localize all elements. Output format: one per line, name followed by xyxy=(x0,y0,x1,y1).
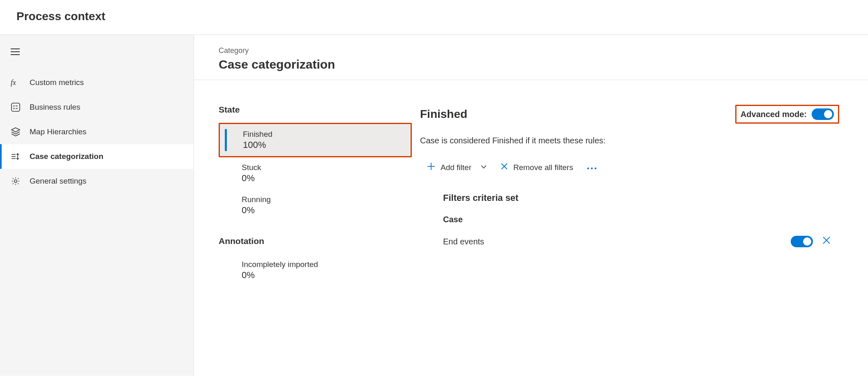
annotation-item-name: Incompletely imported xyxy=(242,260,404,269)
criteria-section: Filters criteria set Case End events xyxy=(420,193,839,247)
annotation-item-incomplete[interactable]: Incompletely imported 0% xyxy=(219,254,412,286)
svg-point-19 xyxy=(591,167,593,169)
sidebar-item-label: Map Hierarchies xyxy=(30,127,86,136)
state-item-pct: 0% xyxy=(242,173,404,184)
state-heading: State xyxy=(219,105,412,115)
page-header: Process context xyxy=(0,0,868,35)
criteria-row-remove-button[interactable] xyxy=(822,236,831,247)
more-icon xyxy=(586,163,597,172)
more-actions-button[interactable] xyxy=(586,163,597,172)
main-header: Category Case categorization xyxy=(194,35,868,80)
svg-text:fx: fx xyxy=(11,78,16,87)
svg-point-13 xyxy=(14,180,17,182)
rules-icon xyxy=(11,102,21,112)
right-panel: Finished Advanced mode: Case is consider… xyxy=(420,105,839,286)
sidebar-item-case-categorization[interactable]: Case categorization xyxy=(0,144,194,169)
advanced-mode-label: Advanced mode: xyxy=(741,110,807,119)
sidebar-item-business-rules[interactable]: Business rules xyxy=(0,95,194,120)
state-item-name: Running xyxy=(242,195,404,204)
criteria-row-toggle[interactable] xyxy=(791,236,813,247)
state-item-name: Stuck xyxy=(242,163,404,172)
state-panel: State Finished 100% Stuck 0% Running 0% … xyxy=(219,105,412,286)
sidebar-item-general-settings[interactable]: General settings xyxy=(0,169,194,193)
state-item-name: Finished xyxy=(243,130,402,139)
criteria-row: End events xyxy=(443,236,839,247)
svg-marker-9 xyxy=(12,128,20,132)
state-item-running[interactable]: Running 0% xyxy=(219,189,412,221)
add-filter-label: Add filter xyxy=(441,163,471,172)
sidebar-item-custom-metrics[interactable]: fx Custom metrics xyxy=(0,70,194,95)
svg-rect-4 xyxy=(12,103,20,111)
page-title: Process context xyxy=(16,10,852,23)
criteria-heading: Filters criteria set xyxy=(443,193,839,203)
svg-point-5 xyxy=(14,106,15,107)
advanced-mode-control: Advanced mode: xyxy=(735,105,839,124)
state-item-stuck[interactable]: Stuck 0% xyxy=(219,157,412,189)
layers-icon xyxy=(11,127,21,137)
criteria-group-label: Case xyxy=(443,215,839,224)
main-title: Case categorization xyxy=(219,58,843,71)
chevron-down-icon xyxy=(480,163,487,172)
categorization-icon xyxy=(11,152,21,161)
x-icon xyxy=(500,162,508,173)
content-wrapper: fx Custom metrics Business rules Map Hie… xyxy=(0,35,868,376)
plus-icon xyxy=(427,162,436,173)
sidebar-item-label: General settings xyxy=(30,177,86,186)
svg-point-6 xyxy=(14,108,15,109)
menu-toggle-button[interactable] xyxy=(0,43,194,62)
main-panel: Category Case categorization State Finis… xyxy=(194,35,868,376)
fx-icon: fx xyxy=(11,78,21,87)
remove-all-label: Remove all filters xyxy=(513,163,573,172)
right-header: Finished Advanced mode: xyxy=(420,105,839,124)
sidebar-item-label: Business rules xyxy=(30,103,81,112)
rule-description: Case is considered Finished if it meets … xyxy=(420,136,839,145)
right-title: Finished xyxy=(420,108,467,121)
annotation-item-pct: 0% xyxy=(242,270,404,281)
advanced-mode-toggle[interactable] xyxy=(812,108,834,120)
add-filter-button[interactable]: Add filter xyxy=(427,162,487,173)
state-item-finished[interactable]: Finished 100% xyxy=(219,123,412,157)
svg-point-18 xyxy=(587,167,589,169)
sidebar-item-map-hierarchies[interactable]: Map Hierarchies xyxy=(0,120,194,144)
filter-actions: Add filter Remove all filters xyxy=(420,162,839,173)
state-item-pct: 100% xyxy=(243,140,402,150)
sidebar: fx Custom metrics Business rules Map Hie… xyxy=(0,35,194,376)
sidebar-item-label: Case categorization xyxy=(30,152,104,161)
sidebar-item-label: Custom metrics xyxy=(30,78,84,87)
remove-all-filters-button[interactable]: Remove all filters xyxy=(500,162,573,173)
state-item-pct: 0% xyxy=(242,205,404,216)
annotation-heading: Annotation xyxy=(219,236,412,246)
svg-point-20 xyxy=(595,167,596,169)
criteria-row-label: End events xyxy=(443,237,484,246)
hamburger-icon xyxy=(11,50,20,57)
category-eyebrow: Category xyxy=(219,46,843,55)
main-body: State Finished 100% Stuck 0% Running 0% … xyxy=(194,80,868,286)
gear-icon xyxy=(11,176,21,186)
criteria-row-actions xyxy=(791,236,831,247)
